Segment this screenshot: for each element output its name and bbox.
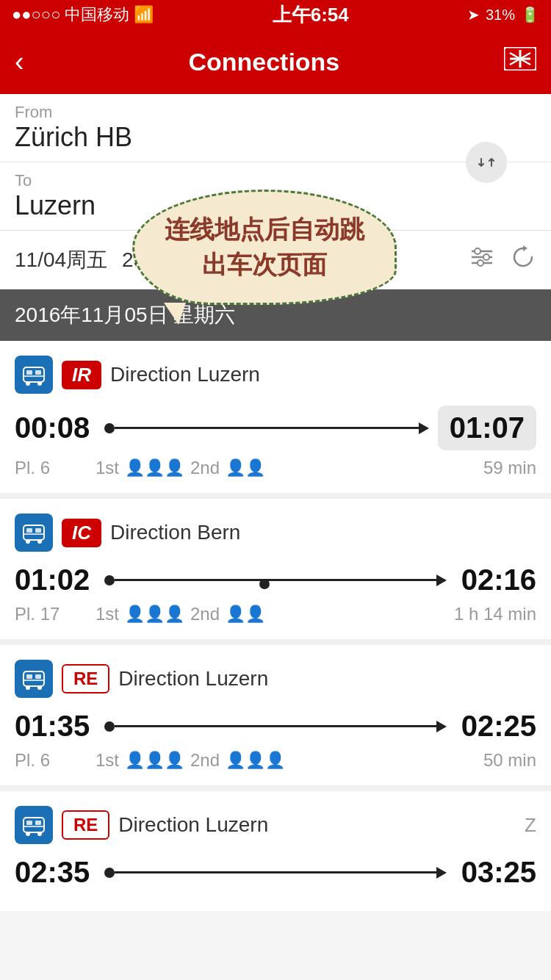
arr-time: 02:16 bbox=[455, 563, 536, 597]
wifi-icon: 📶 bbox=[134, 5, 154, 24]
train-badge-re: RE bbox=[62, 664, 109, 693]
network-icon[interactable] bbox=[504, 47, 536, 76]
dep-time: 01:35 bbox=[15, 710, 96, 743]
direction-text: Direction Luzern bbox=[118, 813, 268, 837]
details-row: Pl. 6 1st 👤👤👤 2nd 👤👤👤 50 min bbox=[15, 750, 536, 771]
annotation-bubble-1: 连线地点后自动跳出车次页面 bbox=[132, 190, 397, 305]
svg-point-7 bbox=[483, 254, 489, 260]
signal-dots: ●●○○○ bbox=[12, 5, 60, 24]
occupancy: 1st 👤👤👤 2nd 👤👤👤 bbox=[96, 750, 483, 771]
platform: Pl. 6 bbox=[15, 458, 96, 478]
connections-wrapper: IR Direction Luzern 00:08 01:07 Pl. 6 1s… bbox=[0, 341, 551, 911]
time-line bbox=[104, 574, 447, 586]
svg-rect-17 bbox=[26, 528, 32, 533]
direction-text: Direction Bern bbox=[110, 521, 240, 544]
status-time: 上午6:54 bbox=[273, 2, 349, 28]
back-button[interactable]: ‹ bbox=[15, 46, 24, 78]
duration: 59 min bbox=[483, 458, 536, 478]
svg-point-19 bbox=[26, 539, 30, 544]
svg-point-20 bbox=[37, 539, 42, 544]
direction-text: Direction Luzern bbox=[110, 363, 260, 386]
from-value: Zürich HB bbox=[15, 122, 536, 153]
direction-text: Direction Luzern bbox=[118, 667, 268, 691]
train-badge-re: RE bbox=[62, 810, 109, 840]
svg-point-31 bbox=[26, 832, 30, 836]
time-row: 02:35 03:25 bbox=[15, 856, 536, 889]
from-to-wrapper: 连线地点后自动跳出车次页面 From Zürich HB To Luzern 1… bbox=[0, 94, 551, 289]
to-label: To bbox=[15, 171, 536, 190]
svg-point-13 bbox=[26, 381, 30, 386]
connection-item[interactable]: RE Direction Luzern 01:35 02:25 Pl. 6 1s… bbox=[0, 645, 551, 791]
connection-item[interactable]: RE Direction Luzern Z 02:35 03:25 bbox=[0, 791, 551, 911]
svg-rect-29 bbox=[26, 821, 32, 825]
svg-point-26 bbox=[37, 685, 42, 690]
date-field[interactable]: 11/04周五 bbox=[15, 246, 107, 274]
time-line bbox=[104, 867, 447, 879]
date-header-text: 2016年11月05日 星期六 bbox=[15, 303, 235, 326]
connection-item[interactable]: IC Direction Bern 01:02 02:16 Pl. 17 1st… bbox=[0, 499, 551, 645]
time-row: 00:08 01:07 bbox=[15, 406, 536, 450]
z-badge: Z bbox=[525, 814, 536, 837]
svg-point-14 bbox=[37, 381, 42, 386]
details-row: Pl. 6 1st 👤👤👤 2nd 👤👤 59 min bbox=[15, 458, 536, 478]
train-badge-ir: IR bbox=[62, 361, 101, 389]
svg-rect-21 bbox=[24, 671, 44, 686]
filter-icon[interactable] bbox=[469, 247, 495, 273]
location-icon: ➤ bbox=[467, 6, 480, 24]
train-icon bbox=[15, 514, 53, 552]
train-icon bbox=[15, 356, 53, 394]
svg-rect-12 bbox=[35, 370, 41, 375]
platform: Pl. 17 bbox=[15, 604, 96, 624]
train-type-row: RE Direction Luzern Z bbox=[15, 806, 536, 844]
duration: 1 h 14 min bbox=[454, 604, 536, 624]
svg-rect-9 bbox=[24, 367, 44, 382]
svg-point-32 bbox=[37, 832, 42, 836]
battery-icon: 🔋 bbox=[521, 6, 539, 24]
status-bar: ●●○○○ 中国移动 📶 上午6:54 ➤ 31% 🔋 bbox=[0, 0, 551, 29]
from-label: From bbox=[15, 103, 536, 122]
carrier-name: 中国移动 bbox=[65, 4, 129, 26]
svg-point-25 bbox=[26, 685, 30, 690]
svg-rect-11 bbox=[26, 370, 32, 375]
svg-point-6 bbox=[475, 248, 480, 254]
page-title: Connections bbox=[188, 48, 339, 76]
annotation-text-1: 连线地点后自动跳出车次页面 bbox=[156, 212, 372, 282]
arr-time: 03:25 bbox=[455, 856, 536, 889]
svg-point-8 bbox=[478, 260, 483, 266]
train-icon bbox=[15, 806, 53, 844]
train-type-row: RE Direction Luzern bbox=[15, 660, 536, 698]
platform: Pl. 6 bbox=[15, 750, 96, 771]
time-line bbox=[104, 721, 447, 732]
battery-percent: 31% bbox=[486, 7, 515, 24]
connection-item[interactable]: IR Direction Luzern 00:08 01:07 Pl. 6 1s… bbox=[0, 341, 551, 499]
status-left: ●●○○○ 中国移动 📶 bbox=[12, 4, 154, 26]
details-row: Pl. 17 1st 👤👤👤 2nd 👤👤 1 h 14 min bbox=[15, 604, 536, 624]
nav-bar: ‹ Connections bbox=[0, 29, 551, 94]
train-type-row: IC Direction Bern bbox=[15, 514, 536, 552]
dep-time: 02:35 bbox=[15, 856, 96, 889]
svg-rect-27 bbox=[24, 818, 44, 832]
train-icon bbox=[15, 660, 53, 698]
swap-button[interactable] bbox=[466, 142, 507, 183]
arr-time: 02:25 bbox=[455, 710, 536, 743]
dep-time: 00:08 bbox=[15, 411, 96, 444]
occupancy: 1st 👤👤👤 2nd 👤👤 bbox=[96, 604, 454, 624]
refresh-icon[interactable] bbox=[510, 244, 536, 275]
time-row: 01:02 02:16 bbox=[15, 563, 536, 597]
duration: 50 min bbox=[483, 750, 536, 771]
status-right: ➤ 31% 🔋 bbox=[467, 6, 539, 24]
time-line bbox=[104, 422, 429, 434]
dep-time: 01:02 bbox=[15, 563, 96, 597]
arr-time: 01:07 bbox=[438, 406, 536, 450]
svg-rect-30 bbox=[35, 821, 41, 825]
svg-rect-24 bbox=[35, 674, 41, 679]
occupancy: 1st 👤👤👤 2nd 👤👤 bbox=[96, 458, 483, 478]
train-type-row: IR Direction Luzern bbox=[15, 356, 536, 394]
time-row: 01:35 02:25 bbox=[15, 710, 536, 743]
svg-rect-23 bbox=[26, 674, 32, 679]
train-badge-ic: IC bbox=[62, 519, 101, 547]
svg-rect-15 bbox=[24, 525, 44, 540]
svg-rect-18 bbox=[35, 528, 41, 533]
